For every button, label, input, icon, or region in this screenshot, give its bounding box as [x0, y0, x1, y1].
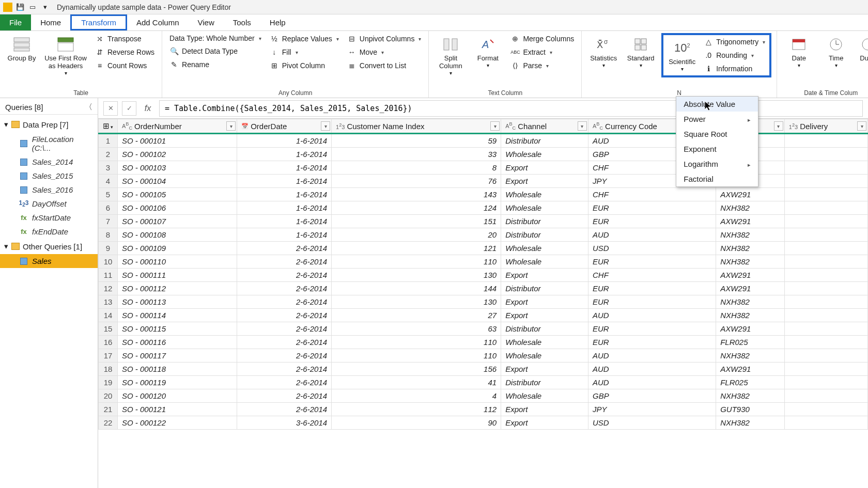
row-number[interactable]: 11: [99, 269, 118, 282]
fx-icon[interactable]: fx: [141, 104, 155, 113]
row-number[interactable]: 7: [99, 215, 118, 228]
table-row[interactable]: 6SO - 0001061-6-2014124WholesaleEURNXH38…: [99, 201, 868, 215]
table-row[interactable]: 15SO - 0001152-6-201463DistributorEURAXW…: [99, 322, 868, 336]
accept-formula-button[interactable]: ✓: [122, 101, 136, 116]
queries-folder-other[interactable]: ▾ Other Queries [1]: [0, 239, 98, 254]
column-filter-button[interactable]: ▾: [578, 121, 587, 131]
row-number[interactable]: 13: [99, 295, 118, 309]
row-number[interactable]: 4: [99, 175, 118, 188]
table-row[interactable]: 16SO - 0001162-6-2014110WholesaleEURFLR0…: [99, 336, 868, 349]
tab-home[interactable]: Home: [31, 14, 70, 30]
duration-button[interactable]: Durat: [857, 33, 868, 65]
query-item[interactable]: FileLocation (C:\...: [0, 132, 98, 155]
move-button[interactable]: ↔Move: [345, 46, 424, 58]
cancel-formula-button[interactable]: ✕: [103, 101, 118, 116]
convert-to-list-button[interactable]: ≣Convert to List: [345, 60, 424, 71]
information-button[interactable]: ℹInformation: [702, 63, 767, 74]
merge-columns-button[interactable]: ⊕Merge Columns: [508, 33, 576, 44]
column-filter-button[interactable]: ▾: [490, 121, 500, 131]
row-number[interactable]: 18: [99, 363, 118, 376]
count-rows-button[interactable]: ≡Count Rows: [93, 60, 157, 71]
row-number[interactable]: 1: [99, 134, 118, 148]
table-row[interactable]: 12SO - 0001122-6-2014144DistributorEURAX…: [99, 282, 868, 295]
row-number[interactable]: 8: [99, 228, 118, 242]
queries-folder-dataprep[interactable]: ▾ Data Prep [7]: [0, 117, 98, 132]
date-button[interactable]: Date▾: [782, 33, 815, 70]
row-number[interactable]: 2: [99, 148, 118, 161]
transpose-button[interactable]: ⤭Transpose: [93, 33, 157, 44]
scientific-menu-item[interactable]: Absolute Value: [676, 97, 758, 112]
row-number[interactable]: 6: [99, 201, 118, 215]
replace-values-button[interactable]: ½Replace Values: [268, 33, 341, 44]
column-header[interactable]: ABC OrderNumber▾: [118, 119, 237, 134]
column-filter-button[interactable]: ▾: [774, 121, 783, 131]
table-row[interactable]: 20SO - 0001202-6-20144WholesaleGBPNXH382: [99, 389, 868, 403]
table-corner[interactable]: ⊞▾: [99, 119, 118, 134]
scientific-menu-item[interactable]: Exponent: [676, 141, 758, 156]
row-number[interactable]: 5: [99, 188, 118, 201]
column-header[interactable]: 123 Delivery▾: [784, 119, 867, 134]
fill-button[interactable]: ↓Fill: [268, 46, 341, 58]
row-number[interactable]: 10: [99, 255, 118, 269]
table-row[interactable]: 21SO - 0001212-6-2014112ExportJPYGUT930: [99, 403, 868, 416]
table-row[interactable]: 7SO - 0001071-6-2014151DistributorEURAXW…: [99, 215, 868, 228]
parse-button[interactable]: ⟨⟩Parse: [508, 60, 576, 71]
extract-button[interactable]: ABCExtract: [508, 46, 576, 58]
table-row[interactable]: 18SO - 0001182-6-2014156ExportAUDAXW291: [99, 363, 868, 376]
detect-data-type-button[interactable]: 🔍Detect Data Type: [167, 45, 264, 57]
unpivot-button[interactable]: ⊟Unpivot Columns: [345, 33, 424, 44]
row-number[interactable]: 12: [99, 282, 118, 295]
row-number[interactable]: 14: [99, 309, 118, 322]
scientific-menu-item[interactable]: Factorial: [676, 171, 758, 186]
table-row[interactable]: 8SO - 0001081-6-201420DistributorAUDNXH3…: [99, 228, 868, 242]
format-button[interactable]: A Format▾: [471, 33, 504, 70]
row-number[interactable]: 19: [99, 376, 118, 389]
statistics-button[interactable]: X̄σ Statistics▾: [587, 33, 620, 70]
table-row[interactable]: 13SO - 0001132-6-2014130ExportEURNXH382: [99, 295, 868, 309]
trigonometry-button[interactable]: △Trigonometry: [702, 36, 767, 48]
table-row[interactable]: 9SO - 0001092-6-2014121WholesaleUSDNXH38…: [99, 242, 868, 255]
query-item[interactable]: Sales_2016: [0, 183, 98, 197]
scientific-menu-item[interactable]: Square Root: [676, 127, 758, 141]
rename-button[interactable]: ✎Rename: [167, 59, 264, 70]
row-number[interactable]: 16: [99, 336, 118, 349]
scientific-menu-item[interactable]: Logarithm: [676, 156, 758, 171]
column-header[interactable]: 123 Customer Name Index▾: [332, 119, 501, 134]
column-header[interactable]: ABC Channel▾: [501, 119, 588, 134]
use-first-row-button[interactable]: Use First Row as Headers▾: [42, 33, 89, 78]
tab-transform[interactable]: Transform: [70, 14, 127, 30]
query-item[interactable]: Sales_2015: [0, 169, 98, 183]
rounding-button[interactable]: .0Rounding: [702, 50, 767, 61]
query-item[interactable]: Sales: [0, 254, 98, 268]
row-number[interactable]: 9: [99, 242, 118, 255]
query-item[interactable]: Sales_2014: [0, 155, 98, 169]
standard-button[interactable]: Standard▾: [624, 33, 657, 70]
scientific-menu-item[interactable]: Power: [676, 112, 758, 127]
data-type-button[interactable]: Data Type: Whole Number: [167, 33, 264, 43]
row-number[interactable]: 15: [99, 322, 118, 336]
column-filter-button[interactable]: ▾: [321, 121, 330, 131]
row-number[interactable]: 22: [99, 416, 118, 430]
table-row[interactable]: 10SO - 0001102-6-2014110WholesaleEURNXH3…: [99, 255, 868, 269]
table-row[interactable]: 14SO - 0001142-6-201427ExportAUDNXH382: [99, 309, 868, 322]
options-icon[interactable]: ▭: [28, 3, 37, 12]
split-column-button[interactable]: Split Column▾: [434, 33, 467, 78]
table-row[interactable]: 5SO - 0001051-6-2014143WholesaleCHFAXW29…: [99, 188, 868, 201]
table-row[interactable]: 22SO - 0001223-6-201490ExportUSDNXH382: [99, 416, 868, 430]
reverse-rows-button[interactable]: ⇵Reverse Rows: [93, 46, 157, 58]
query-item[interactable]: fxfxEndDate: [0, 225, 98, 239]
row-number[interactable]: 3: [99, 161, 118, 175]
query-item[interactable]: 123DayOffset: [0, 197, 98, 211]
time-button[interactable]: Time▾: [819, 33, 853, 70]
group-by-button[interactable]: Group By: [5, 33, 38, 65]
tab-file[interactable]: File: [0, 14, 31, 30]
table-row[interactable]: 17SO - 0001172-6-2014110WholesaleAUDNXH3…: [99, 349, 868, 363]
query-item[interactable]: fxfxStartDate: [0, 211, 98, 225]
table-row[interactable]: 11SO - 0001112-6-2014130ExportCHFAXW291: [99, 269, 868, 282]
row-number[interactable]: 20: [99, 389, 118, 403]
row-number[interactable]: 17: [99, 349, 118, 363]
collapse-pane-icon[interactable]: 〈: [85, 102, 92, 112]
column-header[interactable]: 📅 OrderDate▾: [237, 119, 332, 134]
row-number[interactable]: 21: [99, 403, 118, 416]
pivot-column-button[interactable]: ⊞Pivot Column: [268, 60, 341, 71]
